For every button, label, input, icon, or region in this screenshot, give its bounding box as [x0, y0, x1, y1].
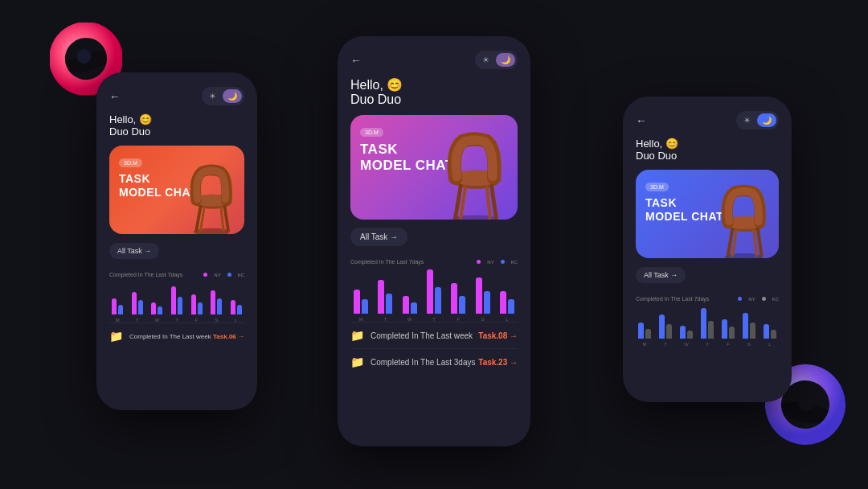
bar-r-b2 — [659, 314, 665, 339]
bar-r-l: L — [761, 324, 779, 347]
legend-dot-pink — [203, 273, 207, 277]
bar-w: W — [149, 302, 166, 323]
bar-r-m: M — [636, 323, 653, 347]
bar-r-f: F — [719, 319, 737, 347]
chart-center: Completed In The Last 7days NY KC M T W … — [350, 259, 518, 322]
theme-toggle-left[interactable]: ☀ 🌙 — [202, 87, 244, 105]
bar-pink — [231, 300, 235, 314]
greeting-right: Hello, 😊 Duo Duo — [636, 138, 779, 162]
legend-text-kc: KC — [238, 273, 244, 277]
bar-c-w: W — [399, 296, 420, 322]
legend-text-ny: NY — [214, 273, 220, 277]
back-arrow-left[interactable]: ← — [109, 90, 121, 103]
all-task-btn-left[interactable]: All Task → — [109, 243, 159, 259]
legend-ny-c: NY — [487, 260, 493, 265]
sun-icon-center[interactable]: ☀ — [477, 53, 494, 67]
greeting-center: Hello, 😊 Duo Duo — [350, 77, 518, 107]
bar-pink — [132, 292, 137, 314]
all-task-btn-center[interactable]: All Task → — [350, 228, 407, 246]
chair-icon-left — [175, 158, 244, 234]
bar-c-pink — [451, 283, 457, 314]
bar-c-m: M — [350, 290, 371, 322]
task-item-2-center: 📁 Completed In The Last 3days Task.23 → — [350, 348, 518, 375]
bar-c-s: S — [472, 277, 493, 322]
greeting-left: Hello, 😊 Duo Duo — [109, 113, 244, 138]
theme-toggle-right[interactable]: ☀ 🌙 — [736, 111, 779, 129]
bar-r-b6 — [743, 313, 748, 339]
moon-icon-left[interactable]: 🌙 — [223, 89, 242, 103]
svg-line-8 — [225, 207, 229, 231]
moon-icon-right[interactable]: 🌙 — [757, 113, 776, 127]
bar-c-blue — [411, 302, 417, 314]
bar-blue — [198, 302, 203, 314]
svg-line-17 — [487, 187, 490, 218]
svg-line-10 — [221, 208, 223, 231]
legend-dot-blue-r — [738, 297, 742, 301]
task-name-c2: Completed In The Last 3days — [371, 358, 475, 367]
chart-label-left: Completed In The Last 7days NY KC — [109, 272, 244, 277]
bar-pink — [171, 286, 176, 314]
legend-dot-blue — [227, 273, 231, 277]
sun-icon-right[interactable]: ☀ — [739, 113, 755, 127]
back-arrow-right[interactable]: ← — [636, 114, 647, 127]
chart-label-center: Completed In The Last 7days NY KC — [350, 259, 518, 265]
chart-legend-center: NY KC — [477, 260, 518, 265]
bar-blue — [138, 300, 143, 314]
bar-r-g1 — [645, 329, 651, 339]
bar-c-pink — [354, 290, 360, 314]
banner-card-right: 3D.M TASK MODEL CHAT — [636, 170, 779, 258]
bar-pink — [151, 302, 156, 314]
bar-c-pink — [403, 296, 409, 314]
chair-icon-right — [706, 179, 779, 258]
all-task-btn-right[interactable]: All Task → — [636, 267, 686, 283]
bar-r-t1: T — [657, 314, 674, 347]
banner-card-center: 3D.M TASK MODEL CHAT — [350, 115, 518, 220]
bar-f: F — [188, 294, 205, 323]
bar-r-b1 — [638, 323, 644, 339]
bar-r-g3 — [687, 331, 693, 339]
chart-bars-left: M T W T F S L — [109, 282, 244, 323]
task-count-left1[interactable]: Task.06 → — [213, 333, 244, 340]
bar-r-w: W — [678, 326, 695, 347]
banner-tag-left: 3D.M — [119, 158, 142, 167]
bar-r-g4 — [708, 321, 714, 339]
greeting-hello-center: Hello, 😊 — [350, 77, 518, 92]
task-count-c2[interactable]: Task.23 → — [478, 358, 518, 367]
legend-dot-pink-c — [477, 260, 481, 264]
bar-r-b3 — [680, 326, 686, 339]
bar-r-g7 — [771, 330, 776, 339]
chair-icon-center — [428, 125, 518, 220]
bar-r-t2: T — [698, 308, 716, 347]
task-info-left1: Completed In The Last week — [129, 333, 211, 340]
bar-c-blue — [386, 294, 392, 314]
bar-c-blue — [484, 291, 490, 314]
chart-right: Completed In The Last 7days NY KC M T W … — [636, 296, 779, 347]
theme-toggle-center[interactable]: ☀ 🌙 — [475, 51, 518, 69]
greeting-name-left: Duo Duo — [109, 125, 244, 138]
bar-r-s: S — [740, 313, 758, 347]
topbar-center: ← ☀ 🌙 — [350, 51, 518, 69]
task-count-c1[interactable]: Task.08 → — [478, 331, 518, 340]
bar-m: M — [109, 298, 126, 323]
moon-icon-center[interactable]: 🌙 — [496, 53, 515, 67]
greeting-hello-left: Hello, 😊 — [109, 113, 244, 125]
bar-blue — [118, 305, 123, 314]
topbar-left: ← ☀ 🌙 — [109, 87, 244, 105]
bar-blue — [237, 305, 242, 314]
back-arrow-center[interactable]: ← — [350, 54, 362, 67]
folder-icon-c2: 📁 — [350, 355, 364, 368]
sun-icon-left[interactable]: ☀ — [204, 89, 221, 103]
legend-dot-blue-c — [501, 260, 505, 264]
banner-tag-center: 3D.M — [360, 128, 383, 137]
bar-l: L — [227, 300, 244, 323]
greeting-hello-right: Hello, 😊 — [636, 138, 779, 150]
bar-r-b5 — [722, 319, 727, 339]
svg-line-22 — [758, 229, 762, 256]
bar-c-blue — [362, 299, 368, 314]
bar-c-pink — [500, 291, 506, 314]
bar-blue — [158, 306, 162, 314]
bar-r-g6 — [750, 323, 755, 339]
greeting-name-center: Duo Duo — [350, 92, 518, 107]
task-item-1-left: 📁 Completed In The Last week Task.06 → — [109, 323, 244, 349]
folder-icon-c1: 📁 — [350, 329, 364, 342]
